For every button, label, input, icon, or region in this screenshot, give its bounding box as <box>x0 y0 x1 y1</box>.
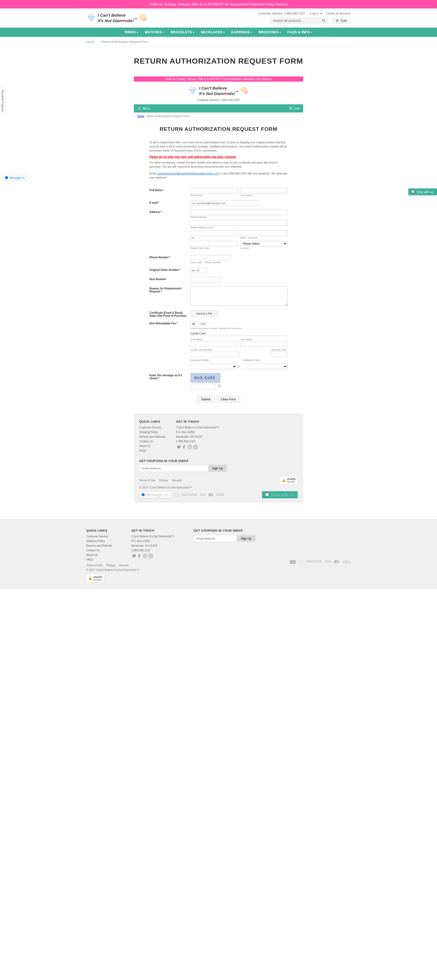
cs-email-link[interactable]: customerservice@icantbelieveitsnotdiamon… <box>157 172 218 175</box>
login-link[interactable]: Log in <box>310 12 318 15</box>
instagram-icon[interactable] <box>148 554 153 558</box>
svg-point-6 <box>337 22 337 22</box>
svg-point-19 <box>152 555 152 555</box>
nav-item-necklaces[interactable]: NECKLACES▾ <box>201 30 225 34</box>
footer-link-about-us[interactable]: About Us <box>139 444 165 447</box>
rewards-program-tab[interactable]: Rewards Program <box>0 88 5 115</box>
label-captcha: Enter the message as it's shown* <box>149 373 190 390</box>
get-in-touch-col: GET IN TOUCH I Can't Believe It's Not Di… <box>176 420 219 454</box>
embed-cart-button[interactable]: Cart <box>289 107 300 110</box>
breadcrumb-home[interactable]: Home <box>86 40 94 43</box>
captcha-reload-button[interactable]: ↻ <box>218 384 222 388</box>
embed-breadcrumb-home[interactable]: Home <box>137 115 145 118</box>
footer-link-contact-us[interactable]: Contact Us <box>139 440 165 443</box>
embed-logo[interactable]: I Can't Believe It's Not Diam♥nds!™ <box>188 86 249 96</box>
captcha-input[interactable] <box>190 384 216 390</box>
copyright: © 2017 I Can't Believe It's Not Diamonds… <box>139 486 298 489</box>
header-links: Customer Service: 1-866-500-1337 Log in … <box>258 12 351 15</box>
nav-item-watches[interactable]: WATCHES▾ <box>145 30 164 34</box>
site-footer: QUICK LINKS Customer ServiceShipping Pol… <box>0 519 437 589</box>
last-name-input[interactable] <box>240 188 288 193</box>
logo-text: I Can't Believe It's Not Diam♥nds!™ <box>98 13 137 23</box>
footer-link-returns-and-refunds[interactable]: Returns and Refunds <box>139 435 165 438</box>
facebook-icon[interactable] <box>182 444 187 449</box>
item-number-input[interactable] <box>190 277 220 282</box>
newsletter-signup-button[interactable]: Sign Up <box>208 465 227 472</box>
reason-textarea[interactable] <box>190 286 288 306</box>
nav-item-brooches[interactable]: BROOCHES▾ <box>258 30 281 34</box>
footer-link-about-us[interactable]: About Us <box>86 554 112 557</box>
nav-item-faqs-info[interactable]: FAQS & INFO▾ <box>288 30 313 34</box>
state-input[interactable] <box>240 231 288 236</box>
twitter-icon[interactable] <box>131 554 136 558</box>
logo[interactable]: I Can't Believe It's Not Diam♥nds!™ <box>86 13 148 23</box>
footer-link-faqs[interactable]: FAQs <box>86 558 112 561</box>
messenger-icon <box>5 176 8 180</box>
search-box[interactable] <box>270 17 329 24</box>
upload-file-button[interactable]: Upload a File <box>190 310 218 317</box>
embed-menu-button[interactable]: Menu <box>137 107 150 110</box>
outer-newsletter-signup-button[interactable]: Sign Up <box>237 535 255 542</box>
area-code-input[interactable] <box>190 255 203 261</box>
country-select[interactable]: Please Select <box>240 241 288 246</box>
clear-form-button[interactable]: Clear Form <box>217 396 240 402</box>
legal-link-terms-of-use[interactable]: Terms of Use <box>86 564 102 567</box>
cc-cvv-input[interactable] <box>271 352 288 357</box>
footer-link-shipping-policy[interactable]: Shipping Policy <box>139 431 165 434</box>
street-input[interactable] <box>190 210 288 215</box>
first-name-input[interactable] <box>190 188 238 193</box>
main-nav: RINGS▾WATCHES▾BRACELETS▾NECKLACES▾EARRIN… <box>0 27 437 37</box>
embed-message-us-button[interactable]: Message Us <box>139 492 171 498</box>
legal-link-privacy[interactable]: Privacy <box>106 564 115 567</box>
search-icon[interactable] <box>322 19 326 23</box>
footer-link-contact-us[interactable]: Contact Us <box>86 549 112 552</box>
zip-input[interactable] <box>190 241 238 246</box>
nav-item-rings[interactable]: RINGS▾ <box>125 30 138 34</box>
legal-link-terms-of-use[interactable]: Terms of Use <box>139 479 155 482</box>
legal-link-security[interactable]: Security <box>119 564 129 567</box>
order-number-input[interactable] <box>190 267 207 273</box>
message-us-button[interactable]: Message Us <box>3 175 27 181</box>
city-input[interactable] <box>190 231 238 236</box>
cart-button[interactable]: Cart <box>331 17 351 24</box>
visa-icon: VISA <box>216 493 225 497</box>
outer-quick-links: QUICK LINKS Customer ServiceShipping Pol… <box>86 529 112 563</box>
nav-item-bracelets[interactable]: BRACELETS▾ <box>171 30 194 34</box>
cc-number-input[interactable] <box>190 352 239 357</box>
cc-last-name-input[interactable] <box>240 341 288 347</box>
cc-first-name-input[interactable] <box>190 341 238 347</box>
logo-text: I Can't Believe It's Not Diam♥nds!™ <box>199 86 238 96</box>
footer-link-faqs[interactable]: FAQs <box>139 449 165 452</box>
twitter-icon[interactable] <box>176 444 181 449</box>
label-fee: Non-Refundable Fee* <box>149 321 190 369</box>
submit-button[interactable]: Submit <box>197 396 214 402</box>
legal-link-privacy[interactable]: Privacy <box>159 479 168 482</box>
footer-link-returns-and-refunds[interactable]: Returns and Refunds <box>86 544 112 547</box>
legal-link-security[interactable]: Security <box>172 479 182 482</box>
search-input[interactable] <box>273 19 314 23</box>
instagram-icon[interactable] <box>193 444 198 449</box>
email-input[interactable] <box>190 200 258 206</box>
embed-nav: Menu Cart <box>134 104 303 113</box>
create-account-link[interactable]: Create an Account <box>326 12 351 15</box>
street2-input[interactable] <box>190 220 288 226</box>
cc-exp-month-select[interactable] <box>190 364 237 369</box>
nav-item-earrings[interactable]: EARRINGS▾ <box>231 30 252 34</box>
footer-link-shipping-policy[interactable]: Shipping Policy <box>86 539 112 542</box>
outer-copyright: © 2017 I Can't Believe It's Not Diamonds… <box>86 568 351 571</box>
fee-input[interactable] <box>190 321 199 326</box>
cc-exp-year-select[interactable] <box>241 364 288 369</box>
facebook-icon[interactable] <box>137 554 142 558</box>
footer-link-customer-service[interactable]: Customer Service <box>139 426 165 429</box>
pinterest-icon[interactable] <box>143 554 147 558</box>
chat-with-us-button[interactable]: 💬Chat with us <box>408 188 437 195</box>
phone-number-input[interactable] <box>206 255 230 261</box>
footer-link-customer-service[interactable]: Customer Service <box>86 535 112 538</box>
address-line: P.O. Box 13301 <box>176 431 219 434</box>
newsletter-email-input[interactable] <box>139 465 208 472</box>
embed-chat-button[interactable]: 💬Chat with us <box>262 491 298 498</box>
outer-newsletter-input[interactable] <box>194 535 236 542</box>
address-line: P.O. Box 13301 <box>131 539 174 542</box>
pinterest-icon[interactable] <box>187 444 192 449</box>
outer-newsletter: GET COUPONS IN YOUR INBOX Sign Up <box>194 529 351 563</box>
